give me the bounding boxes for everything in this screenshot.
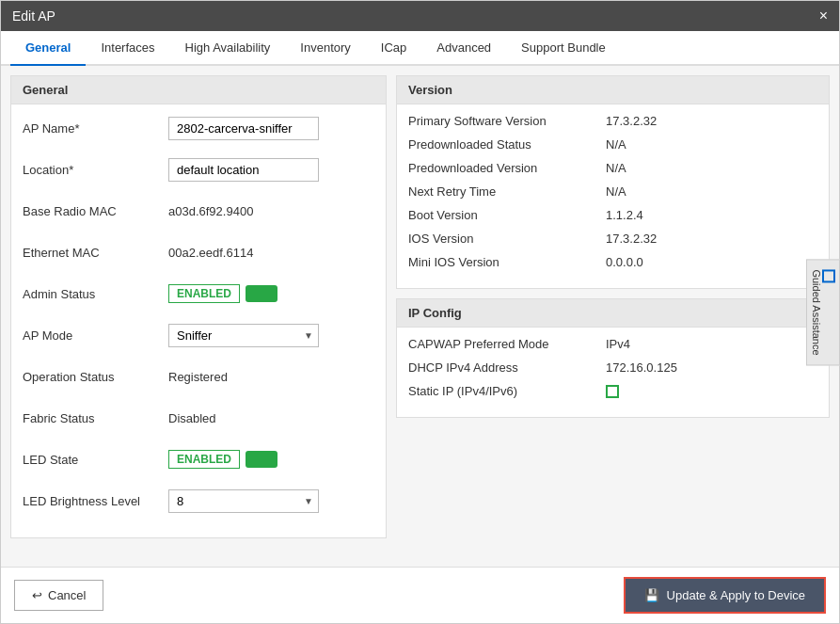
dhcp-ipv4-value: 172.16.0.125 (606, 360, 677, 375)
operation-status-label: Operation Status (23, 370, 168, 384)
cancel-undo-icon: ↩ (32, 588, 42, 602)
admin-status-switch[interactable] (246, 285, 277, 302)
next-retry-time-label: Next Retry Time (408, 184, 606, 199)
primary-software-row: Primary Software Version 17.3.2.32 (408, 114, 817, 128)
capwap-value: IPv4 (606, 337, 630, 351)
ethernet-mac-label: Ethernet MAC (23, 246, 168, 260)
footer: ↩ Cancel 💾 Update & Apply to Device (1, 567, 839, 623)
ap-mode-select-wrapper: Sniffer Local FlexConnect Monitor ▼ (168, 324, 319, 347)
dhcp-ipv4-row: DHCP IPv4 Address 172.16.0.125 (408, 360, 817, 375)
ip-config-section-header: IP Config (397, 299, 829, 328)
guided-assistance-icon (822, 269, 835, 282)
mini-ios-version-label: Mini IOS Version (408, 255, 606, 269)
tab-advanced[interactable]: Advanced (421, 31, 506, 66)
ap-mode-select[interactable]: Sniffer Local FlexConnect Monitor (168, 324, 319, 347)
static-ip-row: Static IP (IPv4/IPv6) (408, 384, 817, 398)
ip-config-section: IP Config CAPWAP Preferred Mode IPv4 DHC… (396, 298, 830, 418)
predownloaded-status-label: Predownloaded Status (408, 137, 606, 152)
update-apply-label: Update & Apply to Device (667, 588, 805, 602)
static-ip-label: Static IP (IPv4/IPv6) (408, 384, 606, 398)
mini-ios-version-value: 0.0.0.0 (606, 255, 643, 269)
led-state-label: LED State (23, 453, 168, 467)
predownloaded-version-row: Predownloaded Version N/A (408, 161, 817, 175)
next-retry-time-row: Next Retry Time N/A (408, 184, 817, 199)
ap-name-row: AP Name* (23, 114, 374, 142)
ap-name-label: AP Name* (23, 121, 168, 136)
version-section-body: Primary Software Version 17.3.2.32 Predo… (397, 104, 829, 288)
location-label: Location* (23, 163, 168, 177)
general-section-body: AP Name* Location* Base Radio MAC a03d.6… (11, 104, 386, 537)
admin-status-toggle[interactable]: ENABLED (168, 284, 277, 303)
tab-bar: General Interfaces High Availability Inv… (1, 31, 839, 66)
content-area: General AP Name* Location* Base Radio (1, 66, 839, 567)
led-state-toggle[interactable]: ENABLED (168, 450, 277, 469)
predownloaded-status-value: N/A (606, 137, 626, 152)
static-ip-checkbox[interactable] (606, 385, 619, 398)
ios-version-value: 17.3.2.32 (606, 232, 657, 246)
admin-status-label: Admin Status (23, 287, 168, 301)
primary-software-label: Primary Software Version (408, 114, 606, 128)
capwap-row: CAPWAP Preferred Mode IPv4 (408, 337, 817, 351)
base-radio-mac-label: Base Radio MAC (23, 204, 168, 218)
admin-status-row: Admin Status ENABLED (23, 280, 374, 308)
ios-version-row: IOS Version 17.3.2.32 (408, 232, 817, 246)
ethernet-mac-value: 00a2.eedf.6114 (168, 246, 253, 260)
led-state-enabled-label: ENABLED (168, 450, 240, 469)
tab-general[interactable]: General (10, 31, 86, 66)
operation-status-value: Registered (168, 370, 228, 384)
modal-header: Edit AP × (1, 1, 839, 31)
fabric-status-label: Fabric Status (23, 411, 168, 425)
ip-config-section-body: CAPWAP Preferred Mode IPv4 DHCP IPv4 Add… (397, 328, 829, 417)
dhcp-ipv4-label: DHCP IPv4 Address (408, 360, 606, 375)
base-radio-mac-value: a03d.6f92.9400 (168, 204, 253, 218)
boot-version-label: Boot Version (408, 208, 606, 222)
right-panel: Version Primary Software Version 17.3.2.… (396, 75, 830, 557)
led-state-switch[interactable] (246, 451, 277, 468)
save-disk-icon: 💾 (644, 588, 659, 602)
predownloaded-status-row: Predownloaded Status N/A (408, 137, 817, 152)
led-brightness-select-wrapper: 8 123 456 7910 ▼ (168, 489, 319, 513)
predownloaded-version-label: Predownloaded Version (408, 161, 606, 175)
general-section: General AP Name* Location* Base Radio (10, 75, 387, 538)
mini-ios-version-row: Mini IOS Version 0.0.0.0 (408, 255, 817, 269)
boot-version-value: 1.1.2.4 (606, 208, 643, 222)
general-section-header: General (11, 76, 386, 104)
tab-interfaces[interactable]: Interfaces (86, 31, 169, 66)
fabric-status-row: Fabric Status Disabled (23, 404, 374, 432)
ap-mode-label: AP Mode (23, 328, 168, 343)
capwap-label: CAPWAP Preferred Mode (408, 337, 606, 351)
led-brightness-row: LED Brightness Level 8 123 456 7910 ▼ (23, 487, 374, 515)
predownloaded-version-value: N/A (606, 161, 626, 175)
modal-title: Edit AP (12, 8, 55, 24)
tab-support-bundle[interactable]: Support Bundle (506, 31, 621, 66)
boot-version-row: Boot Version 1.1.2.4 (408, 208, 817, 222)
ap-mode-row: AP Mode Sniffer Local FlexConnect Monito… (23, 321, 374, 349)
version-section: Version Primary Software Version 17.3.2.… (396, 75, 830, 289)
led-state-row: LED State ENABLED (23, 445, 374, 473)
ap-name-input[interactable] (168, 117, 319, 140)
tab-inventory[interactable]: Inventory (285, 31, 365, 66)
operation-status-row: Operation Status Registered (23, 362, 374, 391)
location-row: Location* (23, 155, 374, 184)
tab-high-availability[interactable]: High Availability (170, 31, 286, 66)
update-apply-button[interactable]: 💾 Update & Apply to Device (624, 577, 826, 614)
primary-software-value: 17.3.2.32 (606, 114, 657, 128)
close-button[interactable]: × (819, 8, 828, 24)
led-brightness-label: LED Brightness Level (23, 494, 168, 508)
location-input[interactable] (168, 158, 319, 182)
fabric-status-value: Disabled (168, 411, 216, 425)
cancel-label: Cancel (48, 588, 86, 602)
next-retry-time-value: N/A (606, 184, 626, 199)
tab-icap[interactable]: ICap (366, 31, 421, 66)
ios-version-label: IOS Version (408, 232, 606, 246)
cancel-button[interactable]: ↩ Cancel (14, 580, 103, 611)
ethernet-mac-row: Ethernet MAC 00a2.eedf.6114 (23, 238, 374, 266)
left-panel: General AP Name* Location* Base Radio (10, 75, 387, 557)
admin-status-enabled-label: ENABLED (168, 284, 240, 303)
guided-assistance-label: Guided Assistance (811, 269, 822, 355)
guided-assistance-panel[interactable]: Guided Assistance (806, 259, 840, 365)
base-radio-mac-row: Base Radio MAC a03d.6f92.9400 (23, 197, 374, 225)
version-section-header: Version (397, 76, 829, 104)
led-brightness-select[interactable]: 8 123 456 7910 (168, 489, 319, 513)
